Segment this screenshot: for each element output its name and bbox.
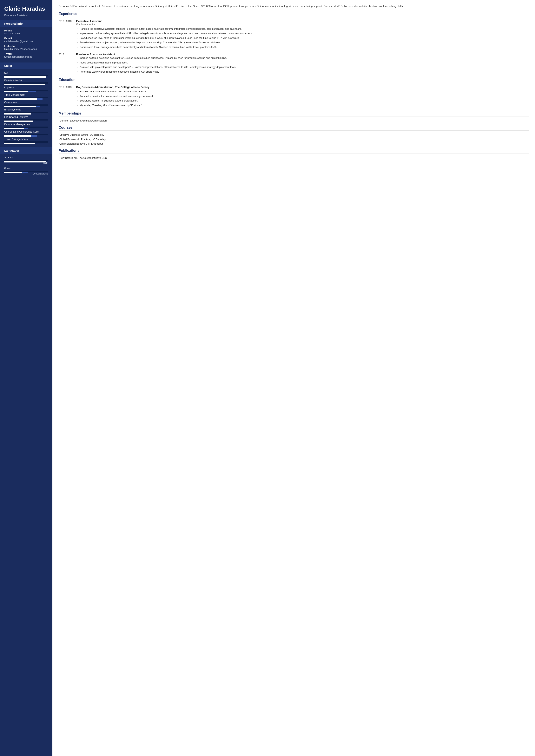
- experience-bullet: Performed weekly proofreading of executi…: [80, 70, 529, 74]
- skill-bar-fill: [4, 84, 45, 85]
- language-item: SpanishFluent: [4, 156, 48, 164]
- experience-bullet: Worked as temp executive assistant for 4…: [80, 56, 529, 60]
- language-item: FrenchConversational: [4, 167, 48, 175]
- education-bullet: Pursued a passion for business ethics an…: [80, 94, 529, 98]
- education-bullet: Secretary, Women in Business student org…: [80, 99, 529, 103]
- sidebar-header: Clarie Haradas Executive Assistant: [0, 0, 52, 20]
- experience-bullet: Provided executive project support, admi…: [80, 41, 529, 44]
- skill-item: Compassion: [4, 101, 48, 106]
- skill-label: Compassion: [4, 101, 48, 104]
- personal-info-section: Phone 862-208-2592 E-mail clarieharadas@…: [0, 27, 52, 63]
- education-date: 2010 - 2013: [59, 86, 72, 108]
- skill-bar-secondary: [28, 91, 36, 92]
- skill-bar-bg: [4, 134, 48, 135]
- email-item: E-mail clarieharadas@gmail.com: [4, 37, 48, 43]
- skill-label: Logistics: [4, 86, 48, 89]
- publications-container: How Details Kill, The Counterintuitive C…: [59, 156, 529, 159]
- education-bullet: My article, "Reading Minds" was reprinte…: [80, 103, 529, 107]
- skill-label: Coordinating Conference Calls: [4, 130, 48, 133]
- skill-label: Email Systems: [4, 108, 48, 111]
- skill-bar-bg: [4, 75, 48, 76]
- skill-bar-bg: [4, 119, 48, 121]
- skill-item: Travel Arrangements: [4, 138, 48, 143]
- skill-label: EQ: [4, 71, 48, 74]
- publications-section-title: Publications: [59, 149, 529, 154]
- skill-bar-secondary: [31, 135, 37, 137]
- skill-bar-bg: [4, 82, 48, 84]
- course-item: Global Business in Practice, UC Berkeley: [59, 138, 529, 141]
- phone-value: 862-208-2592: [4, 32, 48, 35]
- skill-bar-fill: [4, 106, 36, 107]
- candidate-name: Clarie Haradas: [4, 5, 48, 12]
- skill-bar-fill: [4, 91, 28, 92]
- skill-label: Travel Arrangements: [4, 138, 48, 141]
- education-container: 2010 - 2013BA, Business Administration, …: [59, 86, 529, 108]
- skill-item: Email Systems: [4, 108, 48, 113]
- skill-bar-bg: [4, 90, 48, 91]
- education-bullet: Excelled in financial management and bus…: [80, 90, 529, 94]
- courses-container: Effective Business Writing, UC BerkeleyG…: [59, 133, 529, 145]
- skill-bar-bg: [4, 126, 48, 128]
- skill-label: Communication: [4, 79, 48, 81]
- skill-item: EQ: [4, 71, 48, 76]
- candidate-title: Executive Assistant: [4, 14, 48, 17]
- memberships-container: Member, Executive Assistant Organization: [59, 119, 529, 122]
- education-content: BA, Business Administration, The College…: [76, 86, 529, 108]
- skill-bar-secondary: [36, 106, 41, 107]
- membership-item: Member, Executive Assistant Organization: [59, 119, 529, 122]
- skill-bar-fill: [4, 113, 31, 115]
- skill-label: File-Sharing Systems: [4, 116, 48, 118]
- linkedin-item: LinkedIn linkedin.com/in/clarieharadas: [4, 45, 48, 50]
- experience-bullets: Worked as temp executive assistant for 4…: [76, 56, 529, 73]
- publication-item: How Details Kill, The Counterintuitive C…: [59, 156, 529, 159]
- skill-item: File-Sharing Systems: [4, 116, 48, 121]
- experience-bullet: Saved each top-level exec 11 hours per w…: [80, 36, 529, 40]
- skill-bar-fill: [4, 135, 31, 137]
- skills-section: EQCommunicationLogisticsTime ManagementC…: [0, 69, 52, 147]
- skill-bar-fill: [4, 98, 37, 100]
- email-value: clarieharadas@gmail.com: [4, 40, 48, 43]
- twitter-label: Twitter: [4, 52, 48, 55]
- skill-item: Database Management: [4, 123, 48, 128]
- skill-bar-secondary: [37, 98, 42, 100]
- personal-info-title: Personal Info: [0, 20, 52, 27]
- twitter-value: twitter.com/clarieharadas: [4, 55, 48, 58]
- course-item: Organizational Behavior, IIT Kharagpur: [59, 142, 529, 145]
- course-item: Effective Business Writing, UC Berkeley: [59, 133, 529, 136]
- experience-bullets: Handled top executive assistant duties f…: [76, 27, 529, 49]
- experience-date: 2013: [59, 53, 72, 74]
- skills-title: Skills: [0, 63, 52, 69]
- memberships-section-title: Memberships: [59, 111, 529, 117]
- summary: Resourceful Executive Assistant with 5+ …: [59, 4, 529, 8]
- language-label: Spanish: [4, 156, 48, 159]
- linkedin-value: linkedin.com/in/clarieharadas: [4, 47, 48, 50]
- experience-date: 2013 - 2018: [59, 20, 72, 50]
- courses-section-title: Courses: [59, 126, 529, 131]
- sidebar: Clarie Haradas Executive Assistant Perso…: [0, 0, 52, 756]
- experience-container: 2013 - 2018Executive AssistantISN Lipman…: [59, 20, 529, 74]
- languages-section: SpanishFluentFrenchConversational: [0, 154, 52, 180]
- skill-bar-fill: [4, 143, 35, 144]
- skill-bar-bg: [4, 104, 48, 106]
- language-bar-bg: [4, 160, 48, 161]
- experience-block: 2013 - 2018Executive AssistantISN Lipman…: [59, 20, 529, 50]
- language-bar-secondary: [22, 172, 28, 173]
- experience-jobtitle: Freelance Executive Assistant: [76, 53, 529, 56]
- experience-bullet: Aided executives with meeting preparatio…: [80, 61, 529, 65]
- skill-item: Time Management: [4, 93, 48, 98]
- experience-company: ISN Lipmann, Inc.: [76, 23, 529, 26]
- experience-bullet: Implemented call-recording system that c…: [80, 31, 529, 35]
- language-bar-bg: [4, 171, 48, 172]
- experience-section-title: Experience: [59, 12, 529, 17]
- education-degree: BA, Business Administration, The College…: [76, 86, 529, 89]
- main-content: Resourceful Executive Assistant with 5+ …: [52, 0, 535, 756]
- skill-label: Time Management: [4, 93, 48, 96]
- skill-bar-secondary: [24, 128, 29, 129]
- skill-item: Communication: [4, 79, 48, 84]
- skill-bar-bg: [4, 112, 48, 113]
- skill-label: Database Management: [4, 123, 48, 126]
- language-label: French: [4, 167, 48, 170]
- experience-bullet: Handled top executive assistant duties f…: [80, 27, 529, 31]
- skill-bar-fill: [4, 128, 24, 129]
- language-bar-fill: [4, 172, 22, 173]
